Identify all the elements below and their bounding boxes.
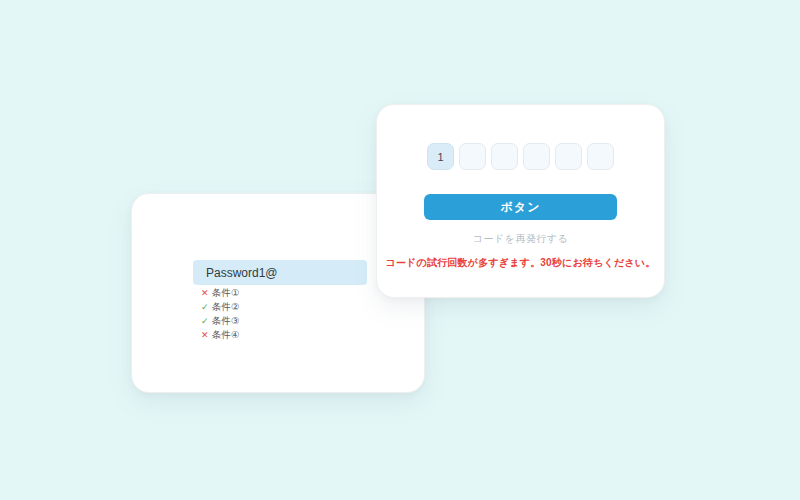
code-input-box[interactable] (587, 143, 614, 170)
condition-label: 条件① (212, 287, 240, 300)
code-box-row: 1 (427, 143, 614, 170)
error-message: コードの試行回数が多すぎます。30秒にお待ちください。 (385, 256, 655, 270)
condition-row: ✓ 条件② (201, 300, 240, 314)
condition-row: ✕ 条件① (201, 286, 240, 300)
condition-row: ✕ 条件④ (201, 328, 240, 342)
password-input[interactable]: Password1@ (193, 260, 367, 285)
check-icon: ✓ (201, 303, 212, 312)
code-input-box[interactable] (491, 143, 518, 170)
condition-label: 条件③ (212, 315, 240, 328)
condition-row: ✓ 条件③ (201, 314, 240, 328)
code-input-box[interactable] (459, 143, 486, 170)
fail-icon: ✕ (201, 289, 212, 298)
verification-code-card: 1 ボタン コードを再発行する コードの試行回数が多すぎます。30秒にお待ちくだ… (376, 104, 665, 298)
code-input-box[interactable]: 1 (427, 143, 454, 170)
resend-code-link[interactable]: コードを再発行する (473, 232, 569, 246)
code-input-box[interactable] (555, 143, 582, 170)
condition-label: 条件② (212, 301, 240, 314)
code-input-box[interactable] (523, 143, 550, 170)
page-background: { "password_card": { "input_value": "Pas… (0, 0, 800, 500)
fail-icon: ✕ (201, 331, 212, 340)
submit-button[interactable]: ボタン (424, 194, 617, 220)
check-icon: ✓ (201, 317, 212, 326)
condition-list: ✕ 条件① ✓ 条件② ✓ 条件③ ✕ 条件④ (201, 286, 240, 342)
condition-label: 条件④ (212, 329, 240, 342)
